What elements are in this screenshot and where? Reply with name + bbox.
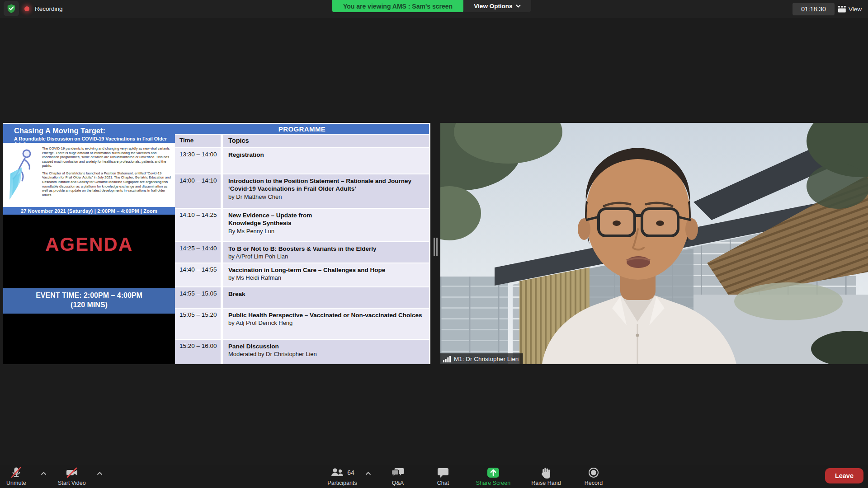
participant-name-tag: M1: Dr Christopher Lien bbox=[440, 353, 523, 364]
programme-title: PROGRAMME bbox=[175, 124, 429, 135]
row-topic: Break bbox=[228, 290, 429, 298]
row-byline: Moderated by Dr Christopher Lien bbox=[228, 351, 429, 357]
participants-label: Participants bbox=[327, 480, 357, 486]
event-time-line1: EVENT TIME: 2:00PM – 4:00PM bbox=[3, 291, 175, 300]
row-byline: by Adj Prof Derrick Heng bbox=[228, 319, 429, 326]
start-video-label: Start Video bbox=[58, 480, 86, 486]
record-icon bbox=[588, 467, 599, 478]
table-row: 14:55 – 15.05 Break bbox=[175, 287, 429, 309]
event-date-bar: 27 November 2021 (Saturday) | 2:00PM – 4… bbox=[3, 207, 175, 215]
flyer-paragraph-2: The Chapter of Geriatricians launched a … bbox=[42, 171, 171, 197]
zoom-meeting-window: Recording You are viewing AMS : Sam's sc… bbox=[0, 0, 868, 488]
row-topic: To B or Not to B: Boosters & Variants in… bbox=[228, 245, 429, 253]
view-label: View bbox=[849, 6, 862, 13]
view-options-button[interactable]: View Options bbox=[463, 0, 531, 12]
programme-table: PROGRAMME Time Topics 13:30 – 14:00 Regi… bbox=[175, 124, 430, 364]
row-time: 14:55 – 15.05 bbox=[175, 287, 223, 308]
event-time-line2: (120 MINS) bbox=[3, 300, 175, 310]
row-topic: New Evidence – Update from Knowledge Syn… bbox=[228, 211, 429, 227]
row-time: 14:40 – 14:55 bbox=[175, 263, 223, 286]
table-row: 15:20 – 16.00 Panel Discussion Moderated… bbox=[175, 340, 429, 364]
speaker-video-frame bbox=[440, 123, 868, 364]
agenda-heading: AGENDA bbox=[3, 234, 175, 255]
row-time: 14:00 – 14:10 bbox=[175, 174, 223, 208]
grid-view-icon bbox=[838, 6, 846, 13]
signal-bars-icon bbox=[443, 355, 451, 362]
table-row: 14:00 – 14:10 Introduction to the Positi… bbox=[175, 174, 429, 209]
raise-hand-button[interactable]: Raise Hand bbox=[524, 467, 569, 486]
recording-label: Recording bbox=[35, 5, 63, 12]
programme-header-row: Time Topics bbox=[175, 135, 429, 148]
table-row: 15:05 – 15.20 Public Health Perspective … bbox=[175, 309, 429, 340]
row-byline: by A/Prof Lim Poh Lian bbox=[228, 253, 429, 260]
unmute-label: Unmute bbox=[6, 480, 26, 486]
viewing-banner: You are viewing AMS : Sam's screen bbox=[332, 0, 463, 12]
row-time: 15:05 – 15.20 bbox=[175, 309, 223, 339]
runner-clipart-image bbox=[7, 146, 39, 205]
flyer-body: The COVID-19 pandemic is evolving and ch… bbox=[3, 143, 175, 207]
meeting-timer: 01:18:30 bbox=[793, 3, 835, 15]
qa-button[interactable]: Q&A bbox=[383, 467, 412, 486]
view-layout-button[interactable]: View bbox=[838, 3, 862, 15]
share-screen-button[interactable]: Share Screen bbox=[466, 467, 521, 486]
panel-resize-handle[interactable] bbox=[432, 237, 439, 256]
flyer-title: Chasing A Moving Target: bbox=[14, 127, 170, 135]
participants-chevron[interactable] bbox=[365, 470, 371, 477]
row-byline: by Dr Matthew Chen bbox=[228, 193, 429, 200]
leave-button[interactable]: Leave bbox=[825, 468, 863, 483]
participants-button[interactable]: 64 Participants bbox=[314, 467, 370, 486]
table-row: 13:30 – 14:00 Registration bbox=[175, 148, 429, 174]
event-time-bar: EVENT TIME: 2:00PM – 4:00PM (120 MINS) bbox=[3, 288, 175, 314]
start-video-button[interactable]: Start Video bbox=[58, 467, 86, 486]
table-row: 14:40 – 14:55 Vaccination in Long-term C… bbox=[175, 263, 429, 287]
muted-mic-icon bbox=[10, 467, 22, 479]
qa-bubbles-icon bbox=[392, 467, 404, 478]
flyer-header: Chasing A Moving Target: A Roundtable Di… bbox=[3, 124, 175, 143]
record-button[interactable]: Record bbox=[579, 467, 609, 486]
participant-name: M1: Dr Christopher Lien bbox=[454, 356, 519, 362]
shared-screen: Chasing A Moving Target: A Roundtable Di… bbox=[3, 123, 430, 364]
flyer-paragraph-1: The COVID-19 pandemic is evolving and ch… bbox=[42, 146, 171, 168]
chat-button[interactable]: Chat bbox=[429, 467, 458, 486]
flyer-paragraphs: The COVID-19 pandemic is evolving and ch… bbox=[42, 146, 171, 205]
share-screen-label: Share Screen bbox=[476, 480, 510, 486]
viewing-banner-text: You are viewing AMS : Sam's screen bbox=[343, 3, 453, 10]
meeting-toolbar: Unmute Start Video bbox=[0, 465, 868, 488]
participants-icon bbox=[330, 468, 344, 478]
security-shield-icon[interactable] bbox=[4, 1, 19, 16]
recording-dot-icon bbox=[24, 6, 29, 11]
column-header-topics: Topics bbox=[223, 135, 429, 147]
video-off-icon bbox=[66, 467, 78, 479]
audio-options-chevron[interactable] bbox=[41, 470, 47, 477]
participants-count: 64 bbox=[347, 469, 354, 476]
row-topic: Registration bbox=[228, 151, 429, 159]
top-bar: Recording You are viewing AMS : Sam's sc… bbox=[0, 0, 868, 18]
share-screen-icon bbox=[487, 467, 500, 478]
row-byline: By Ms Penny Lun bbox=[228, 228, 429, 235]
video-options-chevron[interactable] bbox=[97, 470, 103, 477]
chevron-down-icon bbox=[516, 5, 521, 8]
table-row: 14:10 – 14:25 New Evidence – Update from… bbox=[175, 209, 429, 242]
unmute-button[interactable]: Unmute bbox=[6, 467, 26, 486]
event-flyer: Chasing A Moving Target: A Roundtable Di… bbox=[3, 124, 175, 364]
record-label: Record bbox=[585, 480, 603, 486]
row-time: 14:10 – 14:25 bbox=[175, 209, 223, 241]
row-topic: Public Health Perspective – Vaccinated o… bbox=[228, 311, 429, 319]
row-topic: Vaccination in Long-term Care – Challeng… bbox=[228, 266, 429, 274]
row-topic: Panel Discussion bbox=[228, 343, 429, 350]
row-time: 15:20 – 16.00 bbox=[175, 340, 223, 364]
view-options-label: View Options bbox=[474, 3, 512, 9]
row-byline: by Ms Heidi Rafman bbox=[228, 274, 429, 281]
column-header-time: Time bbox=[175, 135, 223, 147]
speaker-video: M1: Dr Christopher Lien bbox=[440, 123, 868, 364]
qa-label: Q&A bbox=[392, 480, 404, 486]
raise-hand-icon bbox=[541, 467, 551, 479]
row-topic: Introduction to the Position Statement –… bbox=[228, 177, 429, 193]
raise-hand-label: Raise Hand bbox=[531, 480, 561, 486]
chat-label: Chat bbox=[437, 480, 449, 486]
row-time: 13:30 – 14:00 bbox=[175, 148, 223, 174]
table-row: 14:25 – 14:40 To B or Not to B: Boosters… bbox=[175, 242, 429, 263]
chat-bubble-icon bbox=[437, 467, 449, 478]
agenda-section: AGENDA EVENT TIME: 2:00PM – 4:00PM (120 … bbox=[3, 215, 175, 364]
recording-indicator: Recording bbox=[4, 1, 63, 16]
